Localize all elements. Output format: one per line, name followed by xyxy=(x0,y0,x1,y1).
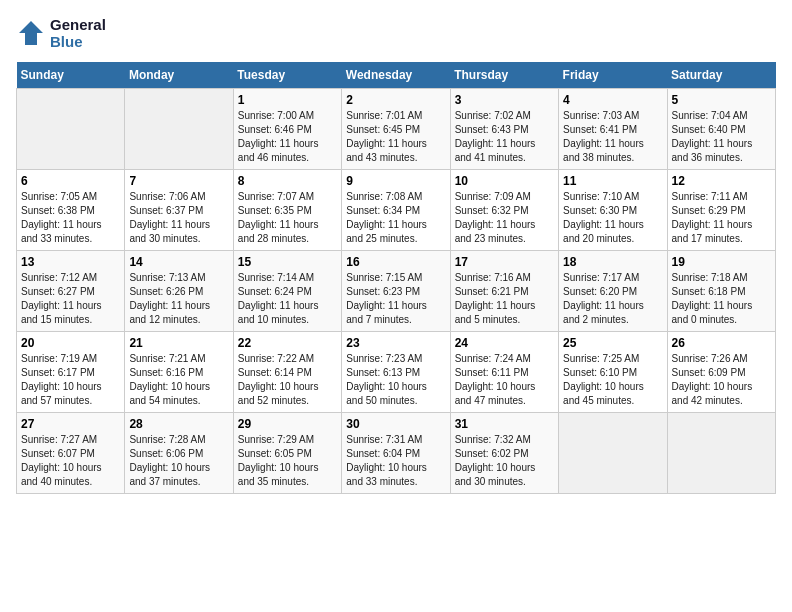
day-info: Sunrise: 7:22 AMSunset: 6:14 PMDaylight:… xyxy=(238,352,337,408)
weekday-header-friday: Friday xyxy=(559,62,667,89)
calendar-cell: 15Sunrise: 7:14 AMSunset: 6:24 PMDayligh… xyxy=(233,251,341,332)
day-number: 10 xyxy=(455,174,554,188)
svg-marker-0 xyxy=(19,21,43,45)
day-number: 30 xyxy=(346,417,445,431)
calendar-cell: 30Sunrise: 7:31 AMSunset: 6:04 PMDayligh… xyxy=(342,413,450,494)
day-info: Sunrise: 7:24 AMSunset: 6:11 PMDaylight:… xyxy=(455,352,554,408)
calendar-cell: 31Sunrise: 7:32 AMSunset: 6:02 PMDayligh… xyxy=(450,413,558,494)
day-info: Sunrise: 7:18 AMSunset: 6:18 PMDaylight:… xyxy=(672,271,771,327)
weekday-header-sunday: Sunday xyxy=(17,62,125,89)
day-number: 7 xyxy=(129,174,228,188)
calendar-cell: 1Sunrise: 7:00 AMSunset: 6:46 PMDaylight… xyxy=(233,89,341,170)
header: General Blue xyxy=(16,16,776,50)
weekday-header-thursday: Thursday xyxy=(450,62,558,89)
day-info: Sunrise: 7:08 AMSunset: 6:34 PMDaylight:… xyxy=(346,190,445,246)
day-number: 25 xyxy=(563,336,662,350)
calendar-cell: 19Sunrise: 7:18 AMSunset: 6:18 PMDayligh… xyxy=(667,251,775,332)
day-number: 21 xyxy=(129,336,228,350)
day-info: Sunrise: 7:25 AMSunset: 6:10 PMDaylight:… xyxy=(563,352,662,408)
calendar-cell: 12Sunrise: 7:11 AMSunset: 6:29 PMDayligh… xyxy=(667,170,775,251)
calendar-cell: 6Sunrise: 7:05 AMSunset: 6:38 PMDaylight… xyxy=(17,170,125,251)
calendar-cell: 10Sunrise: 7:09 AMSunset: 6:32 PMDayligh… xyxy=(450,170,558,251)
calendar-cell: 20Sunrise: 7:19 AMSunset: 6:17 PMDayligh… xyxy=(17,332,125,413)
day-info: Sunrise: 7:07 AMSunset: 6:35 PMDaylight:… xyxy=(238,190,337,246)
day-info: Sunrise: 7:21 AMSunset: 6:16 PMDaylight:… xyxy=(129,352,228,408)
weekday-header-monday: Monday xyxy=(125,62,233,89)
day-info: Sunrise: 7:10 AMSunset: 6:30 PMDaylight:… xyxy=(563,190,662,246)
calendar-cell xyxy=(17,89,125,170)
day-number: 13 xyxy=(21,255,120,269)
day-number: 22 xyxy=(238,336,337,350)
day-number: 5 xyxy=(672,93,771,107)
day-number: 4 xyxy=(563,93,662,107)
day-info: Sunrise: 7:06 AMSunset: 6:37 PMDaylight:… xyxy=(129,190,228,246)
day-number: 1 xyxy=(238,93,337,107)
weekday-header-saturday: Saturday xyxy=(667,62,775,89)
calendar-cell: 7Sunrise: 7:06 AMSunset: 6:37 PMDaylight… xyxy=(125,170,233,251)
calendar-cell: 3Sunrise: 7:02 AMSunset: 6:43 PMDaylight… xyxy=(450,89,558,170)
day-info: Sunrise: 7:11 AMSunset: 6:29 PMDaylight:… xyxy=(672,190,771,246)
calendar-cell: 8Sunrise: 7:07 AMSunset: 6:35 PMDaylight… xyxy=(233,170,341,251)
day-number: 19 xyxy=(672,255,771,269)
day-number: 18 xyxy=(563,255,662,269)
day-number: 16 xyxy=(346,255,445,269)
calendar-cell: 13Sunrise: 7:12 AMSunset: 6:27 PMDayligh… xyxy=(17,251,125,332)
day-number: 12 xyxy=(672,174,771,188)
calendar-cell: 27Sunrise: 7:27 AMSunset: 6:07 PMDayligh… xyxy=(17,413,125,494)
day-number: 29 xyxy=(238,417,337,431)
day-number: 2 xyxy=(346,93,445,107)
calendar-cell: 4Sunrise: 7:03 AMSunset: 6:41 PMDaylight… xyxy=(559,89,667,170)
day-info: Sunrise: 7:09 AMSunset: 6:32 PMDaylight:… xyxy=(455,190,554,246)
day-info: Sunrise: 7:01 AMSunset: 6:45 PMDaylight:… xyxy=(346,109,445,165)
day-info: Sunrise: 7:16 AMSunset: 6:21 PMDaylight:… xyxy=(455,271,554,327)
calendar-table: SundayMondayTuesdayWednesdayThursdayFrid… xyxy=(16,62,776,494)
weekday-header-tuesday: Tuesday xyxy=(233,62,341,89)
day-number: 15 xyxy=(238,255,337,269)
day-number: 6 xyxy=(21,174,120,188)
day-info: Sunrise: 7:04 AMSunset: 6:40 PMDaylight:… xyxy=(672,109,771,165)
day-info: Sunrise: 7:29 AMSunset: 6:05 PMDaylight:… xyxy=(238,433,337,489)
day-info: Sunrise: 7:27 AMSunset: 6:07 PMDaylight:… xyxy=(21,433,120,489)
calendar-cell: 22Sunrise: 7:22 AMSunset: 6:14 PMDayligh… xyxy=(233,332,341,413)
day-info: Sunrise: 7:14 AMSunset: 6:24 PMDaylight:… xyxy=(238,271,337,327)
day-info: Sunrise: 7:02 AMSunset: 6:43 PMDaylight:… xyxy=(455,109,554,165)
calendar-cell xyxy=(667,413,775,494)
calendar-cell: 28Sunrise: 7:28 AMSunset: 6:06 PMDayligh… xyxy=(125,413,233,494)
day-number: 23 xyxy=(346,336,445,350)
calendar-cell: 29Sunrise: 7:29 AMSunset: 6:05 PMDayligh… xyxy=(233,413,341,494)
day-info: Sunrise: 7:28 AMSunset: 6:06 PMDaylight:… xyxy=(129,433,228,489)
calendar-cell: 9Sunrise: 7:08 AMSunset: 6:34 PMDaylight… xyxy=(342,170,450,251)
weekday-header-wednesday: Wednesday xyxy=(342,62,450,89)
calendar-cell: 24Sunrise: 7:24 AMSunset: 6:11 PMDayligh… xyxy=(450,332,558,413)
day-number: 9 xyxy=(346,174,445,188)
day-number: 14 xyxy=(129,255,228,269)
day-number: 27 xyxy=(21,417,120,431)
day-info: Sunrise: 7:32 AMSunset: 6:02 PMDaylight:… xyxy=(455,433,554,489)
day-info: Sunrise: 7:19 AMSunset: 6:17 PMDaylight:… xyxy=(21,352,120,408)
day-info: Sunrise: 7:03 AMSunset: 6:41 PMDaylight:… xyxy=(563,109,662,165)
day-number: 20 xyxy=(21,336,120,350)
calendar-cell: 5Sunrise: 7:04 AMSunset: 6:40 PMDaylight… xyxy=(667,89,775,170)
calendar-cell: 25Sunrise: 7:25 AMSunset: 6:10 PMDayligh… xyxy=(559,332,667,413)
calendar-cell: 18Sunrise: 7:17 AMSunset: 6:20 PMDayligh… xyxy=(559,251,667,332)
day-number: 8 xyxy=(238,174,337,188)
calendar-cell: 17Sunrise: 7:16 AMSunset: 6:21 PMDayligh… xyxy=(450,251,558,332)
day-number: 28 xyxy=(129,417,228,431)
calendar-cell: 11Sunrise: 7:10 AMSunset: 6:30 PMDayligh… xyxy=(559,170,667,251)
calendar-cell: 14Sunrise: 7:13 AMSunset: 6:26 PMDayligh… xyxy=(125,251,233,332)
day-number: 31 xyxy=(455,417,554,431)
day-number: 26 xyxy=(672,336,771,350)
day-number: 11 xyxy=(563,174,662,188)
calendar-cell: 2Sunrise: 7:01 AMSunset: 6:45 PMDaylight… xyxy=(342,89,450,170)
day-info: Sunrise: 7:31 AMSunset: 6:04 PMDaylight:… xyxy=(346,433,445,489)
day-info: Sunrise: 7:17 AMSunset: 6:20 PMDaylight:… xyxy=(563,271,662,327)
day-info: Sunrise: 7:12 AMSunset: 6:27 PMDaylight:… xyxy=(21,271,120,327)
logo-icon xyxy=(16,18,46,48)
day-number: 24 xyxy=(455,336,554,350)
logo: General Blue xyxy=(16,16,106,50)
logo-text: General Blue xyxy=(50,16,106,50)
day-info: Sunrise: 7:00 AMSunset: 6:46 PMDaylight:… xyxy=(238,109,337,165)
day-info: Sunrise: 7:05 AMSunset: 6:38 PMDaylight:… xyxy=(21,190,120,246)
day-info: Sunrise: 7:15 AMSunset: 6:23 PMDaylight:… xyxy=(346,271,445,327)
calendar-cell xyxy=(125,89,233,170)
